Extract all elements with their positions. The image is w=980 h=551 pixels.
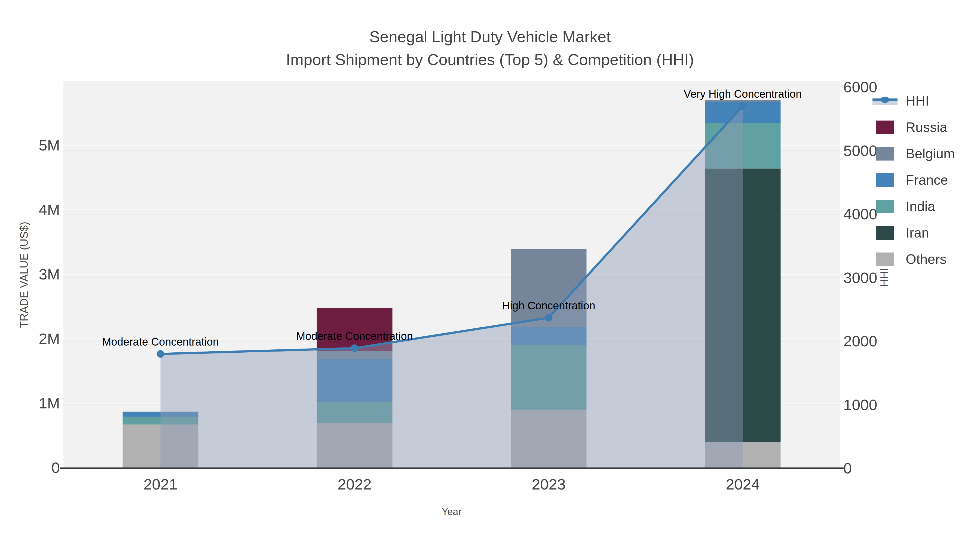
hhi-marker-2024[interactable] bbox=[739, 102, 747, 110]
legend-item-others[interactable]: Others bbox=[872, 246, 980, 272]
y-left-tick-1M: 1M bbox=[39, 395, 60, 411]
legend-label-india: India bbox=[906, 198, 935, 214]
y-right-tick-2000: 2000 bbox=[843, 333, 877, 349]
legend-item-france[interactable]: France bbox=[872, 167, 980, 193]
legend-swatch-icon-iran bbox=[872, 226, 897, 240]
legend-color-swatch bbox=[876, 252, 894, 266]
hhi-marker-2022[interactable] bbox=[351, 345, 358, 352]
legend-label-russia: Russia bbox=[906, 119, 947, 135]
x-tick-2024: 2024 bbox=[726, 477, 760, 492]
y-right-tick-5000: 5000 bbox=[843, 143, 877, 158]
legend-label-iran: Iran bbox=[906, 225, 929, 241]
legend-item-russia[interactable]: Russia bbox=[872, 114, 980, 140]
legend-hhi-marker-icon bbox=[881, 97, 889, 103]
annotation-2021: Moderate Concentration bbox=[102, 336, 219, 347]
legend-label-hhi: HHI bbox=[906, 93, 929, 109]
y-left-tick-3M: 3M bbox=[39, 267, 60, 282]
legend-item-hhi[interactable]: HHI bbox=[872, 87, 980, 114]
legend-color-swatch bbox=[876, 226, 894, 240]
y-right-tick-6000: 6000 bbox=[843, 79, 877, 95]
annotation-2023: High Concentration bbox=[502, 300, 595, 311]
hhi-marker-2021[interactable] bbox=[157, 350, 164, 358]
legend-label-france: France bbox=[906, 172, 948, 188]
legend-color-swatch bbox=[876, 173, 894, 187]
annotation-2022: Moderate Concentration bbox=[296, 330, 413, 341]
x-axis-line bbox=[60, 467, 844, 469]
legend-color-swatch bbox=[876, 200, 894, 213]
y-right-tick-4000: 4000 bbox=[843, 206, 877, 222]
y-axis-title-left: TRADE VALUE (US$) bbox=[18, 222, 30, 328]
y-left-tick-4M: 4M bbox=[39, 202, 60, 218]
x-tick-2021: 2021 bbox=[143, 477, 178, 492]
y-right-tick-1000: 1000 bbox=[843, 397, 877, 413]
legend-hhi-line-icon bbox=[872, 94, 897, 108]
legend-swatch-icon-india bbox=[872, 200, 897, 214]
y-right-tick-0: 0 bbox=[843, 460, 852, 476]
legend-item-iran[interactable]: Iran bbox=[872, 219, 980, 246]
y-left-tick-5M: 5M bbox=[39, 138, 60, 153]
chart-title-line2: Import Shipment by Countries (Top 5) & C… bbox=[0, 51, 980, 69]
annotation-2024: Very High Concentration bbox=[684, 89, 802, 99]
legend-swatch-icon-belgium bbox=[872, 147, 897, 161]
hhi-marker-2023[interactable] bbox=[545, 314, 553, 322]
x-tick-2022: 2022 bbox=[337, 477, 372, 492]
y-right-tick-3000: 3000 bbox=[843, 270, 877, 286]
legend-item-india[interactable]: India bbox=[872, 193, 980, 219]
bar-segment-belgium-2024[interactable] bbox=[705, 100, 781, 102]
chart-title-line1: Senegal Light Duty Vehicle Market bbox=[0, 28, 980, 46]
y-left-tick-0: 0 bbox=[51, 460, 60, 475]
plot-area[interactable] bbox=[0, 0, 980, 551]
figure: Senegal Light Duty Vehicle Market Import… bbox=[0, 0, 980, 551]
legend-color-swatch bbox=[876, 121, 894, 134]
x-tick-2023: 2023 bbox=[531, 477, 566, 492]
legend-item-belgium[interactable]: Belgium bbox=[872, 140, 980, 167]
legend-color-swatch bbox=[876, 147, 894, 160]
legend-swatch-icon-others bbox=[872, 252, 897, 267]
x-axis-title: Year bbox=[442, 506, 462, 518]
legend-label-belgium: Belgium bbox=[906, 146, 955, 162]
legend-swatch-icon-france bbox=[872, 173, 897, 187]
y-left-tick-2M: 2M bbox=[39, 331, 60, 346]
legend-label-others: Others bbox=[906, 251, 947, 267]
legend-swatch-icon-russia bbox=[872, 120, 897, 134]
legend: HHIRussiaBelgiumFranceIndiaIranOthers bbox=[872, 87, 980, 272]
